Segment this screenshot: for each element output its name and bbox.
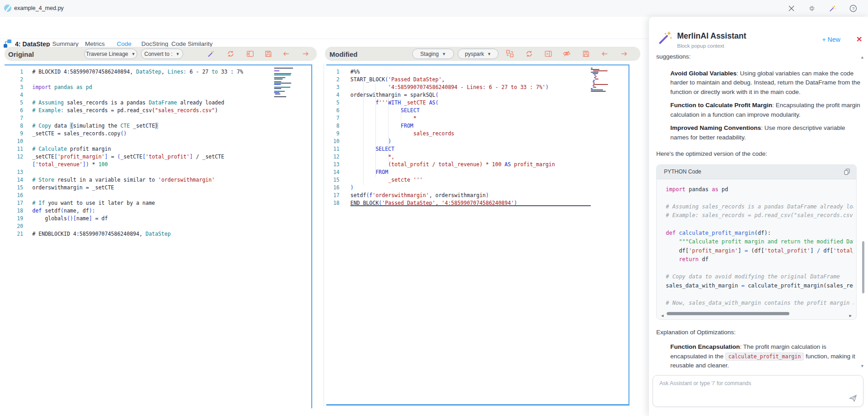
code-line: 13: [5, 168, 311, 176]
minimap-line: [274, 83, 291, 84]
line-number: 4: [326, 92, 339, 98]
original-code-editor[interactable]: 1# BLOCKID 4:5859907074586240894, DataSt…: [5, 64, 312, 408]
modified-code-editor[interactable]: 1#%%2START_BLOCK('Passed DataStep',3 '4:…: [326, 64, 629, 406]
title-bar: example_4_med.py ?: [0, 0, 868, 17]
scrollbar-thumb[interactable]: [667, 312, 789, 315]
cell-separator-line: [350, 205, 591, 206]
code-line: 9_setCTE = sales_records.copy(): [5, 129, 311, 137]
code-line: 8# Copy data (simulating the CTE _setCTE…: [5, 122, 311, 129]
code-line: 21# ENDBLOCKID 4:5859907074586240894, Da…: [5, 230, 311, 238]
line-number: 7: [326, 115, 339, 121]
code-line: 1# BLOCKID 4:5859907074586240894, DataSt…: [5, 68, 311, 75]
assistant-panel: MerlinAI Assistant Block popup context +…: [649, 17, 868, 416]
minimap-line: [275, 94, 280, 94]
arrow-left-icon[interactable]: [600, 49, 609, 58]
refresh-icon[interactable]: [524, 49, 534, 58]
line-number: 2: [5, 76, 23, 83]
tab-code[interactable]: Code: [117, 40, 131, 47]
minimap-line: [591, 89, 603, 90]
line-number: 6: [326, 107, 339, 114]
code-line: 4: [5, 91, 311, 99]
compress-icon[interactable]: [807, 4, 816, 13]
magic-wand-icon[interactable]: [828, 4, 837, 13]
line-number: 11: [5, 146, 23, 152]
code-line: 17# If you want to use it later by a nam…: [5, 199, 311, 207]
original-title: Original: [8, 50, 34, 58]
line-number: 3: [5, 84, 23, 90]
minimap-line: [274, 88, 281, 89]
code-line: 14 FROM: [326, 168, 629, 176]
code-line: 4orderswithmargin = sparkSQL(: [326, 91, 629, 99]
tab-docstring[interactable]: DocString: [141, 40, 168, 47]
pyspark-dropdown[interactable]: pyspark▼: [458, 49, 499, 59]
arrow-left-icon[interactable]: [281, 49, 290, 58]
staging-dropdown[interactable]: Staging▼: [412, 49, 454, 59]
refresh-icon[interactable]: [226, 49, 235, 58]
tab-metrics[interactable]: Metrics: [85, 40, 105, 47]
suggestion-list: Avoid Global Variables: Using global var…: [656, 69, 862, 143]
code-line: 7: [5, 114, 311, 122]
help-icon[interactable]: ?: [848, 4, 858, 13]
close-icon[interactable]: [787, 4, 796, 13]
save-icon[interactable]: [581, 49, 590, 58]
code-line: 11# Calculate profit margin: [5, 145, 311, 153]
line-number: 1: [5, 69, 23, 75]
tab-summary[interactable]: Summary: [52, 40, 79, 47]
explanation-list: Function Encapsulation: The profit margi…: [656, 342, 862, 375]
expand-panel-icon[interactable]: [544, 49, 553, 58]
original-minimap[interactable]: [274, 68, 293, 98]
assistant-text: suggestions:: [656, 52, 862, 62]
assistant-input[interactable]: Ask Assistant or type '/' for commands: [653, 375, 863, 407]
line-number: 16: [326, 184, 339, 191]
line-number: 12: [326, 154, 339, 160]
scroll-down-icon[interactable]: ▼: [860, 364, 864, 368]
compare-blocks-icon[interactable]: [505, 49, 514, 58]
convert-to-label: Convert to :: [145, 51, 173, 57]
assistant-code-line: """Calculate profit margin and return th…: [666, 237, 853, 246]
code-line: 11 SELECT: [326, 145, 629, 153]
line-number: 14: [5, 177, 23, 183]
minimap-line: [591, 72, 599, 73]
panel-divider: [324, 64, 324, 406]
minimap-line: [274, 73, 291, 74]
save-icon[interactable]: [264, 49, 273, 58]
code-line: 16: [5, 191, 311, 199]
code-line: 2START_BLOCK('Passed DataStep',: [326, 75, 629, 83]
line-number: 18: [326, 200, 339, 206]
send-icon[interactable]: [848, 394, 858, 403]
assistant-code-line: return df: [666, 255, 853, 263]
indent-guide: [388, 91, 389, 162]
code-line: 15 _setcte ''': [326, 176, 629, 183]
minimap-line: [593, 81, 594, 82]
sidebar-scrollbar-thumb[interactable]: [862, 241, 864, 293]
line-number: 3: [326, 84, 339, 90]
scroll-left-icon[interactable]: ◄: [660, 311, 664, 321]
eye-slash-icon[interactable]: [562, 49, 571, 58]
traverse-lineage-dropdown[interactable]: Traverse Lineage▼: [84, 49, 137, 59]
magic-wand-icon[interactable]: [207, 49, 216, 58]
convert-to-dropdown[interactable]: Convert to :▼: [141, 49, 183, 59]
new-chat-button[interactable]: + New: [822, 36, 840, 43]
assistant-code-line: [666, 290, 853, 298]
code-horizontal-scrollbar[interactable]: ◄ ►: [660, 311, 853, 317]
tab-code-similarity[interactable]: Code Similarity: [171, 40, 213, 47]
line-number: 20: [5, 223, 23, 229]
arrow-right-icon[interactable]: [301, 49, 310, 58]
code-line: 10: [5, 137, 311, 145]
code-line: 12 *,: [326, 153, 629, 160]
code-line: ['total_revenue']) * 100: [5, 160, 311, 168]
code-line: 5# Assuming sales_records is a pandas Da…: [5, 99, 311, 106]
arrow-right-icon[interactable]: [619, 49, 629, 58]
indent-guide: [363, 76, 364, 185]
close-assistant-icon[interactable]: ✕: [856, 35, 862, 44]
collapse-panel-icon[interactable]: [245, 49, 254, 58]
scroll-right-icon[interactable]: ►: [848, 311, 853, 321]
copy-code-icon[interactable]: [843, 168, 851, 175]
app-logo-icon: [4, 5, 11, 12]
line-number: 16: [5, 192, 23, 198]
line-number: 8: [5, 123, 23, 129]
minimap-line: [274, 96, 286, 97]
line-number: 14: [326, 169, 339, 175]
modified-minimap[interactable]: [591, 68, 608, 92]
line-number: 18: [5, 208, 23, 214]
